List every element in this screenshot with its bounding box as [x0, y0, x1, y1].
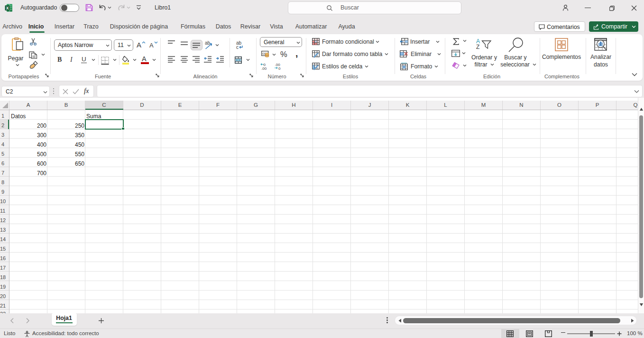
- svg-text:.00: .00: [261, 66, 267, 70]
- svg-text:0: 0: [278, 66, 281, 70]
- svg-text:ab: ab: [205, 40, 211, 46]
- svg-text:X: X: [6, 6, 9, 10]
- svg-text:c: c: [236, 45, 239, 49]
- svg-text:Z: Z: [476, 44, 479, 49]
